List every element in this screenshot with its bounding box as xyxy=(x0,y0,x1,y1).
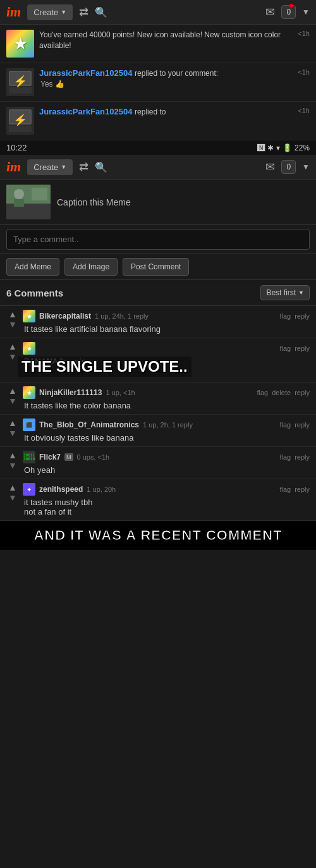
search-icon[interactable]: 🔍 xyxy=(95,6,107,18)
main-dropdown-arrow-icon[interactable]: ▼ xyxy=(302,162,310,171)
vote-col-2: ▲ ▼ xyxy=(6,342,19,361)
pikachu-avatar: ⚡ xyxy=(6,68,34,96)
comment-stats-6: 1 up, 20h xyxy=(87,486,116,493)
reply-action-1: replied to your comment: xyxy=(135,69,218,78)
comment-text-1: It tastes like artificial banana flavori… xyxy=(23,324,310,334)
user-avatar-6: ✦ xyxy=(23,483,35,496)
shuffle-icon[interactable]: ⇄ xyxy=(79,5,88,19)
upvote-button-1[interactable]: ▲ xyxy=(8,310,17,319)
reply-button-6[interactable]: reply xyxy=(295,486,310,493)
top-navbar: im Create ⇄ 🔍 ✉ 0 ▼ xyxy=(0,0,316,25)
reply-username-2[interactable]: JurassicParkFan102504 xyxy=(39,107,132,116)
flag-button-1[interactable]: flag xyxy=(279,312,291,320)
pikachu-avatar-2: ⚡ xyxy=(6,107,34,135)
svg-text:⚡: ⚡ xyxy=(13,75,28,89)
downvote-button-3[interactable]: ▼ xyxy=(8,396,17,405)
main-notification-badge[interactable]: 0 xyxy=(281,160,296,174)
reply-time-2: <1h xyxy=(298,107,310,114)
reply-time-1: <1h xyxy=(298,68,310,76)
dropdown-arrow-icon[interactable]: ▼ xyxy=(302,8,310,16)
upvote-button-5[interactable]: ▲ xyxy=(8,451,17,460)
comment-item-5: ▲ ▼ 10011 10010 Flick7 M 0 ups, <1h flag… xyxy=(0,447,316,479)
comment-meta-5: 10011 10010 Flick7 M 0 ups, <1h flag rep… xyxy=(23,451,310,463)
reply-username-1[interactable]: JurassicParkFan102504 xyxy=(39,68,132,78)
comment-body-1: ★ Bikercapitalist 1 up, 24h, 1 reply fla… xyxy=(23,310,310,334)
svg-rect-11 xyxy=(6,204,51,219)
comment-username-6[interactable]: zenithspeed xyxy=(39,485,83,494)
main-notification-count: 0 xyxy=(286,162,291,171)
reply-action-2: replied to xyxy=(135,107,166,116)
comment-meta-1: ★ Bikercapitalist 1 up, 24h, 1 reply fla… xyxy=(23,310,310,322)
comment-item-1: ▲ ▼ ★ Bikercapitalist 1 up, 24h, 1 reply… xyxy=(0,306,316,338)
comment-actions-2: flag reply xyxy=(279,345,310,352)
reply-content-2: JurassicParkFan102504 replied to xyxy=(39,107,293,118)
mail-icon[interactable]: ✉ xyxy=(265,5,275,19)
main-create-button[interactable]: Create xyxy=(27,159,73,175)
comment-username-1[interactable]: Bikercapitalist xyxy=(39,312,91,321)
main-search-icon[interactable]: 🔍 xyxy=(95,161,107,173)
sort-dropdown[interactable]: Best first xyxy=(260,285,310,300)
svg-rect-9 xyxy=(9,126,32,132)
reply-button-1[interactable]: reply xyxy=(295,312,310,320)
comment-username-4[interactable]: The_Blob_Of_Animatronics xyxy=(39,420,139,429)
main-app-logo: im xyxy=(6,159,21,175)
comment-input[interactable] xyxy=(6,229,310,250)
create-button[interactable]: Create xyxy=(27,4,73,20)
upvote-button-3[interactable]: ▲ xyxy=(8,386,17,395)
status-bar: 10:22 🅽 ✱ ▾ 🔋 22% xyxy=(0,140,316,155)
wifi-icon: ▾ xyxy=(276,144,280,152)
meme-preview: Caption this Meme xyxy=(0,180,316,225)
comment-text-3: It tastes like the color banana xyxy=(23,401,310,410)
downvote-button-4[interactable]: ▼ xyxy=(8,429,17,437)
meme-thumbnail xyxy=(6,185,51,219)
svg-rect-13 xyxy=(14,199,24,207)
comment-row-3: ▲ ▼ ★ NinjaKiller111113 1 up, <1h flag d… xyxy=(6,386,310,410)
upvote-button-4[interactable]: ▲ xyxy=(8,419,17,427)
flag-button-4[interactable]: flag xyxy=(279,421,291,429)
caption-meme-label: Caption this Meme xyxy=(57,197,131,207)
add-meme-button[interactable]: Add Meme xyxy=(6,258,59,276)
main-mail-icon[interactable]: ✉ xyxy=(265,160,275,174)
reply-button-4[interactable]: reply xyxy=(295,421,310,429)
comment-body-2: ★ flag reply BANANA flavoring xyxy=(23,342,310,366)
bottom-banner: AND IT WAS A RECENT COMMENT xyxy=(0,521,316,550)
downvote-button-5[interactable]: ▼ xyxy=(8,461,17,470)
notification-badge[interactable]: 0 xyxy=(281,5,296,19)
upvote-button-6[interactable]: ▲ xyxy=(8,483,17,492)
comment-username-3[interactable]: NinjaKiller111113 xyxy=(39,388,102,397)
notification-reply-1: ⚡ JurassicParkFan102504 replied to your … xyxy=(0,63,316,102)
reply-button-5[interactable]: reply xyxy=(295,453,310,461)
notification-achievement: ★ You've earned 40000 points! New icon a… xyxy=(0,25,316,63)
comment-body-6: ✦ zenithspeed 1 up, 20h flag reply it ta… xyxy=(23,483,310,517)
comment-row-4: ▲ ▼ ⬛ The_Blob_Of_Animatronics 1 up, 2h,… xyxy=(6,419,310,443)
delete-button-3[interactable]: delete xyxy=(272,389,291,396)
reply-button-3[interactable]: reply xyxy=(295,389,310,396)
flag-button-6[interactable]: flag xyxy=(279,486,291,493)
meme-thumb-inner xyxy=(6,185,51,219)
flag-button-5[interactable]: flag xyxy=(279,453,291,461)
status-icons: 🅽 ✱ ▾ 🔋 22% xyxy=(257,144,310,152)
user-avatar-4: ⬛ xyxy=(23,419,35,431)
comments-count: 6 Comments xyxy=(6,288,63,298)
top-section: im Create ⇄ 🔍 ✉ 0 ▼ ★ You've earned 4000… xyxy=(0,0,316,140)
achievement-content: You've earned 40000 points! New icon ava… xyxy=(39,30,293,51)
status-time: 10:22 xyxy=(6,143,27,152)
comment-meta-4: ⬛ The_Blob_Of_Animatronics 1 up, 2h, 1 r… xyxy=(23,419,310,431)
comment-text-4: It obviously tastes like banana xyxy=(23,433,310,443)
flag-button-3[interactable]: flag xyxy=(257,389,268,396)
flag-button-2[interactable]: flag xyxy=(279,345,291,352)
comment-text-5: Oh yeah xyxy=(23,465,310,475)
post-comment-button[interactable]: Post Comment xyxy=(123,258,189,276)
comment-username-5[interactable]: Flick7 xyxy=(39,453,61,462)
reply-button-2[interactable]: reply xyxy=(295,345,310,352)
downvote-button-6[interactable]: ▼ xyxy=(8,493,17,502)
main-section: im Create ⇄ 🔍 ✉ 0 ▼ Caption th xyxy=(0,155,316,550)
main-shuffle-icon[interactable]: ⇄ xyxy=(79,160,88,174)
downvote-button-2[interactable]: ▼ xyxy=(8,352,17,361)
downvote-button-1[interactable]: ▼ xyxy=(8,320,17,329)
upvote-button-2[interactable]: ▲ xyxy=(8,342,17,351)
add-image-button[interactable]: Add Image xyxy=(64,258,118,276)
comment-body-5: 10011 10010 Flick7 M 0 ups, <1h flag rep… xyxy=(23,451,310,475)
nfc-icon: 🅽 xyxy=(257,144,265,152)
vote-col-5: ▲ ▼ xyxy=(6,451,19,470)
